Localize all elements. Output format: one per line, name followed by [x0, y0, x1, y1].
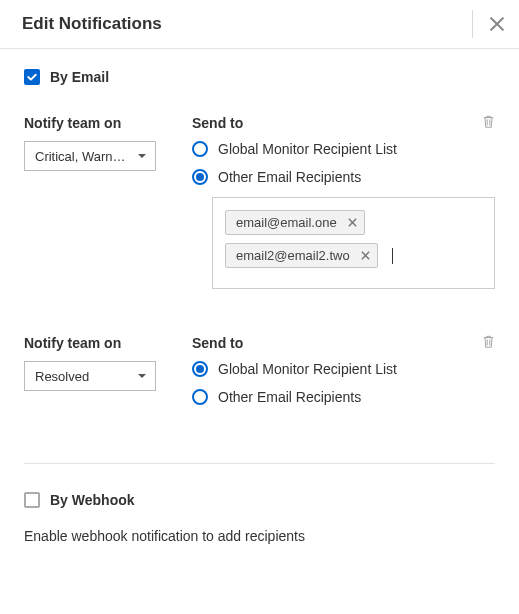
- email-chip: email2@email2.two: [225, 243, 378, 268]
- delete-block-2-button[interactable]: [482, 335, 495, 352]
- by-email-checkbox[interactable]: [24, 69, 40, 85]
- radio-other-1-label: Other Email Recipients: [218, 169, 361, 185]
- radio-global-1[interactable]: Global Monitor Recipient List: [192, 141, 495, 157]
- notify-select-1[interactable]: Critical, Warn…: [24, 141, 156, 171]
- email-chip: email@email.one: [225, 210, 365, 235]
- notify-select-2[interactable]: Resolved: [24, 361, 156, 391]
- close-icon: [347, 217, 358, 228]
- radio-other-2-input[interactable]: [192, 389, 208, 405]
- section-divider: [24, 463, 495, 464]
- notify-select-2-value: Resolved: [35, 369, 89, 384]
- close-icon: [487, 14, 507, 34]
- by-webhook-checkbox[interactable]: [24, 492, 40, 508]
- by-email-label: By Email: [50, 69, 109, 85]
- dialog-header: Edit Notifications: [0, 0, 519, 49]
- radio-global-1-input[interactable]: [192, 141, 208, 157]
- radio-global-1-label: Global Monitor Recipient List: [218, 141, 397, 157]
- chip-text: email2@email2.two: [236, 248, 350, 263]
- email-recipients-box[interactable]: email@email.one email2@email2.two: [212, 197, 495, 289]
- radio-other-1-input[interactable]: [192, 169, 208, 185]
- radio-global-2-input[interactable]: [192, 361, 208, 377]
- chevron-down-icon: [137, 371, 147, 381]
- notify-label-2: Notify team on: [24, 335, 156, 351]
- delete-block-1-button[interactable]: [482, 115, 495, 132]
- by-webhook-toggle[interactable]: By Webhook: [24, 492, 495, 508]
- radio-global-2[interactable]: Global Monitor Recipient List: [192, 361, 495, 377]
- radio-other-2[interactable]: Other Email Recipients: [192, 389, 495, 405]
- trash-icon: [482, 115, 495, 129]
- check-icon: [26, 71, 38, 83]
- by-webhook-label: By Webhook: [50, 492, 135, 508]
- chevron-down-icon: [137, 151, 147, 161]
- sendto-label-1: Send to: [192, 115, 495, 131]
- close-button[interactable]: [487, 14, 507, 34]
- dialog-title: Edit Notifications: [22, 14, 162, 34]
- chip-text: email@email.one: [236, 215, 337, 230]
- chip-remove-button[interactable]: [360, 250, 371, 261]
- header-separator: [472, 10, 473, 38]
- notify-block-1: Notify team on Critical, Warn… Send to G…: [24, 115, 495, 289]
- dialog-content: By Email Notify team on Critical, Warn… …: [0, 49, 519, 564]
- trash-icon: [482, 335, 495, 349]
- sendto-label-2: Send to: [192, 335, 495, 351]
- notify-select-1-value: Critical, Warn…: [35, 149, 126, 164]
- close-icon: [360, 250, 371, 261]
- radio-other-1[interactable]: Other Email Recipients: [192, 169, 495, 185]
- notify-label-1: Notify team on: [24, 115, 156, 131]
- webhook-hint: Enable webhook notification to add recip…: [24, 528, 495, 544]
- text-cursor: [392, 248, 393, 264]
- radio-other-2-label: Other Email Recipients: [218, 389, 361, 405]
- radio-global-2-label: Global Monitor Recipient List: [218, 361, 397, 377]
- notify-block-2: Notify team on Resolved Send to Global M…: [24, 335, 495, 417]
- by-email-toggle[interactable]: By Email: [24, 69, 495, 85]
- chip-remove-button[interactable]: [347, 217, 358, 228]
